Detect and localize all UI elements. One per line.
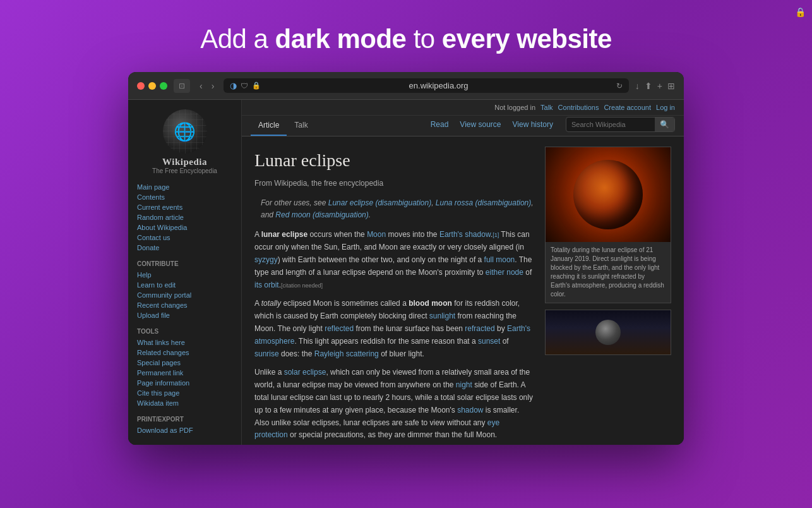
sidebar-item-contents[interactable]: Contents	[137, 192, 232, 202]
wiki-content: Lunar eclipse From Wikipedia, the free e…	[242, 136, 684, 445]
headline-prefix: Add a	[200, 24, 275, 54]
sidebar-item-upload[interactable]: Upload file	[137, 310, 232, 320]
tab-article[interactable]: Article	[251, 116, 287, 136]
reload-icon[interactable]: ↻	[616, 82, 623, 90]
eclipse-image2	[546, 310, 671, 354]
article-hatnote: For other uses, see Lunar eclipse (disam…	[254, 197, 535, 221]
print-title: Print/export	[137, 416, 232, 423]
browser-window: ⊡ ‹ › ◑ 🛡 🔒 en.wikipedia.org ↻ ↓ ⬆ + ⊞ 🌐…	[128, 72, 684, 445]
wiki-subtitle: The Free Encyclopedia	[152, 167, 217, 174]
sidebar-item-related-changes[interactable]: Related changes	[137, 348, 232, 358]
hatnote-link1[interactable]: Lunar eclipse (disambiguation)	[328, 198, 431, 207]
sidebar-nav-main: Main page Contents Current events Random…	[137, 182, 232, 253]
night-link[interactable]: night	[456, 380, 472, 389]
create-account-link[interactable]: Create account	[604, 104, 651, 111]
sidebar-item-permanent-link[interactable]: Permanent link	[137, 368, 232, 378]
wiki-page: 🌐 Wikipedia The Free Encyclopedia Main p…	[128, 100, 684, 445]
search-button[interactable]: 🔍	[655, 118, 674, 131]
add-tab-icon[interactable]: +	[657, 81, 662, 91]
sidebar-item-about[interactable]: About Wikipedia	[137, 222, 232, 233]
grid-icon[interactable]: ⊞	[667, 81, 675, 91]
reflected-link[interactable]: reflected	[325, 324, 354, 333]
sunset-link[interactable]: sunset	[478, 337, 500, 346]
address-url: en.wikipedia.org	[265, 81, 612, 90]
browser-chrome: ⊡ ‹ › ◑ 🛡 🔒 en.wikipedia.org ↻ ↓ ⬆ + ⊞	[128, 72, 684, 100]
refracted-link[interactable]: refracted	[465, 324, 494, 333]
eclipse-image-box: Totality during the lunar eclipse of 21 …	[545, 147, 671, 303]
wiki-main: Not logged in Talk Contributions Create …	[242, 100, 684, 445]
sunlight-link[interactable]: sunlight	[429, 311, 455, 320]
sidebar-item-donate[interactable]: Donate	[137, 243, 232, 253]
tools-title: Tools	[137, 328, 232, 335]
sidebar-item-what-links[interactable]: What links here	[137, 337, 232, 348]
wiki-sidebar: 🌐 Wikipedia The Free Encyclopedia Main p…	[128, 100, 242, 445]
sidebar-item-learn[interactable]: Learn to edit	[137, 280, 232, 290]
traffic-light-green[interactable]	[160, 82, 167, 90]
sidebar-item-random-article[interactable]: Random article	[137, 212, 232, 222]
page-headline: Add a dark mode to every website	[200, 24, 612, 54]
either-node-link[interactable]: either node	[486, 268, 523, 277]
sidebar-item-current-events[interactable]: Current events	[137, 202, 232, 212]
sidebar-item-download-pdf[interactable]: Download as PDF	[137, 425, 232, 435]
download-icon[interactable]: ↓	[635, 81, 640, 91]
tab-talk[interactable]: Talk	[287, 116, 315, 136]
shield-icon: 🛡	[241, 82, 248, 90]
wiki-topbar: Not logged in Talk Contributions Create …	[242, 100, 684, 116]
sidebar-item-contact[interactable]: Contact us	[137, 233, 232, 243]
talk-link[interactable]: Talk	[540, 104, 553, 111]
sidebar-item-wikidata[interactable]: Wikidata item	[137, 398, 232, 408]
hatnote-link2[interactable]: Luna rossa (disambiguation)	[436, 198, 531, 207]
headline-bold2: every website	[442, 24, 612, 54]
sidebar-nav-contribute: Help Learn to edit Community portal Rece…	[137, 270, 232, 320]
solar-eclipse-link[interactable]: solar eclipse	[284, 368, 326, 377]
not-logged-in: Not logged in	[494, 104, 535, 111]
search-input[interactable]	[566, 118, 655, 131]
log-in-link[interactable]: Log in	[656, 104, 675, 111]
moon-link[interactable]: Moon	[367, 230, 386, 239]
back-btn[interactable]: ‹	[196, 80, 206, 92]
wiki-logo: 🌐 Wikipedia The Free Encyclopedia	[137, 109, 232, 174]
traffic-light-red[interactable]	[137, 82, 145, 90]
sidebar-nav-tools: What links here Related changes Special …	[137, 337, 232, 408]
eye-protection-link[interactable]: eye protection	[254, 418, 499, 440]
headline-bold1: dark mode	[275, 24, 407, 54]
traffic-light-yellow[interactable]	[148, 82, 156, 90]
wiki-infobox: 🔒 Totality during the lunar eclipse of 2…	[545, 147, 671, 435]
hatnote-link3[interactable]: Red moon (disambiguation)	[275, 210, 368, 219]
headline-middle: to	[406, 24, 441, 54]
wiki-search[interactable]: 🔍	[566, 117, 675, 132]
sidebar-contribute-section: Contribute Help Learn to edit Community …	[137, 260, 232, 320]
nav-btns: ‹ ›	[196, 80, 217, 92]
wiki-title: Wikipedia	[162, 157, 207, 167]
tab-view-history[interactable]: View history	[508, 117, 558, 132]
article-para-1: A lunar eclipse occurs when the Moon mov…	[254, 229, 535, 291]
traffic-lights	[137, 82, 167, 90]
sidebar-item-special-pages[interactable]: Special pages	[137, 358, 232, 368]
sidebar-item-cite[interactable]: Cite this page	[137, 388, 232, 398]
contribute-title: Contribute	[137, 260, 232, 267]
sidebar-item-page-info[interactable]: Page information	[137, 378, 232, 388]
browser-actions: ↓ ⬆ + ⊞	[635, 81, 675, 91]
shadow-link[interactable]: shadow	[457, 406, 483, 414]
sidebar-item-recent-changes[interactable]: Recent changes	[137, 300, 232, 310]
full-moon-link[interactable]: full moon	[484, 255, 515, 264]
sidebar-item-help[interactable]: Help	[137, 270, 232, 280]
address-bar[interactable]: ◑ 🛡 🔒 en.wikipedia.org ↻	[224, 78, 628, 93]
eclipse-image-box2	[545, 310, 671, 355]
syzygy-link[interactable]: syzygy	[254, 255, 278, 264]
sunrise-link[interactable]: sunrise	[254, 349, 279, 358]
moon-icon: ◑	[230, 81, 237, 90]
rayleigh-link[interactable]: Rayleigh scattering	[314, 349, 379, 358]
earths-shadow-link[interactable]: Earth's shadow	[439, 230, 491, 239]
tab-read[interactable]: Read	[426, 117, 454, 132]
window-btn[interactable]: ⊡	[174, 79, 190, 93]
its-orbit-link[interactable]: its orbit	[254, 281, 279, 289]
sidebar-item-community[interactable]: Community portal	[137, 290, 232, 300]
eclipse-caption: Totality during the lunar eclipse of 21 …	[546, 242, 671, 303]
tab-view-source[interactable]: View source	[455, 117, 506, 132]
sidebar-item-main-page[interactable]: Main page	[137, 182, 232, 192]
forward-btn[interactable]: ›	[208, 80, 218, 92]
contributions-link[interactable]: Contributions	[558, 104, 599, 111]
wiki-article: Lunar eclipse From Wikipedia, the free e…	[254, 147, 535, 435]
share-icon[interactable]: ⬆	[645, 81, 652, 91]
